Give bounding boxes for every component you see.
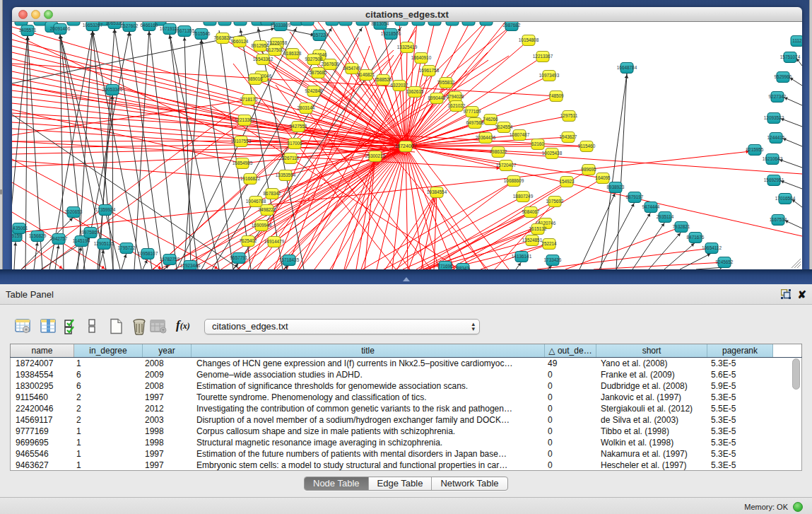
svg-text:9146821: 9146821 <box>358 72 375 77</box>
svg-text:12213367: 12213367 <box>533 54 553 59</box>
svg-text:10973493: 10973493 <box>539 73 560 78</box>
svg-text:10688609: 10688609 <box>504 178 524 183</box>
svg-text:8678342: 8678342 <box>264 191 281 196</box>
svg-text:9474444: 9474444 <box>642 204 660 209</box>
svg-text:9975867: 9975867 <box>82 230 100 235</box>
svg-text:14136141: 14136141 <box>512 254 532 259</box>
svg-text:12923446: 12923446 <box>180 263 201 268</box>
svg-text:10654112: 10654112 <box>702 245 722 250</box>
svg-text:10958107: 10958107 <box>138 251 158 256</box>
svg-text:2718170: 2718170 <box>240 97 258 102</box>
svg-text:1733426: 1733426 <box>544 257 562 262</box>
svg-text:9245652: 9245652 <box>716 259 734 264</box>
svg-text:12905135: 12905135 <box>94 241 114 246</box>
svg-text:748509: 748509 <box>548 93 564 98</box>
svg-text:8186328: 8186328 <box>284 51 302 56</box>
svg-text:8990448: 8990448 <box>428 95 446 100</box>
svg-text:1588520: 1588520 <box>375 77 392 82</box>
svg-text:1795722: 1795722 <box>118 245 136 250</box>
svg-text:5875685: 5875685 <box>310 70 327 75</box>
svg-text:16648784: 16648784 <box>617 65 637 70</box>
svg-text:7357224: 7357224 <box>311 33 329 37</box>
svg-text:13325419: 13325419 <box>397 45 418 49</box>
svg-text:10025438: 10025438 <box>542 151 563 156</box>
svg-text:12213369: 12213369 <box>235 117 255 122</box>
svg-text:18724007: 18724007 <box>394 144 416 148</box>
svg-text:10107553: 10107553 <box>231 139 252 144</box>
svg-text:19384554: 19384554 <box>427 189 447 194</box>
svg-text:62160: 62160 <box>531 141 544 146</box>
svg-text:20091406: 20091406 <box>50 26 71 31</box>
svg-text:20364436: 20364436 <box>476 135 496 140</box>
svg-text:1297511: 1297511 <box>560 113 578 118</box>
svg-text:9084067: 9084067 <box>522 209 540 214</box>
svg-text:8215955: 8215955 <box>746 147 764 152</box>
svg-text:17359924: 17359924 <box>95 207 116 212</box>
svg-text:10154808: 10154808 <box>519 37 539 42</box>
svg-text:8938923: 8938923 <box>607 185 625 189</box>
svg-text:12093522: 12093522 <box>764 115 784 120</box>
svg-text:9127500: 9127500 <box>266 47 284 52</box>
svg-text:2367608: 2367608 <box>322 62 339 66</box>
svg-text:9660124: 9660124 <box>231 39 249 44</box>
svg-text:1156829: 1156829 <box>29 233 47 238</box>
svg-text:2935114: 2935114 <box>657 214 674 219</box>
svg-text:1615132: 1615132 <box>529 226 547 231</box>
svg-text:13353594: 13353594 <box>276 173 296 177</box>
svg-text:7625402: 7625402 <box>240 238 257 243</box>
svg-text:10807487: 10807487 <box>510 132 530 137</box>
svg-text:6497568: 6497568 <box>466 120 484 125</box>
svg-text:16210643: 16210643 <box>763 156 783 161</box>
svg-text:9529966: 9529966 <box>775 74 792 79</box>
svg-text:6322037: 6322037 <box>391 83 408 88</box>
svg-text:16543362: 16543362 <box>253 57 273 62</box>
svg-text:771696: 771696 <box>437 264 453 269</box>
svg-text:8454749: 8454749 <box>343 66 361 71</box>
svg-text:16854985: 16854985 <box>233 160 253 165</box>
svg-text:1244415: 1244415 <box>767 135 785 140</box>
svg-text:1145194: 1145194 <box>73 238 90 243</box>
svg-text:18807249: 18807249 <box>513 194 534 199</box>
svg-text:2942757: 2942757 <box>50 236 68 241</box>
svg-text:1112: 1112 <box>792 38 802 43</box>
svg-text:1527602: 1527602 <box>121 23 139 28</box>
svg-text:10653267: 10653267 <box>83 23 103 28</box>
svg-text:1075692: 1075692 <box>546 199 564 204</box>
svg-text:17016504: 17016504 <box>775 196 796 201</box>
svg-text:317006: 317006 <box>287 141 302 146</box>
svg-text:9777169: 9777169 <box>464 109 481 114</box>
svg-text:3624554: 3624554 <box>495 124 513 129</box>
svg-text:6794028: 6794028 <box>447 94 464 99</box>
svg-text:2803144: 2803144 <box>298 105 315 110</box>
svg-text:10046788: 10046788 <box>246 199 266 204</box>
svg-text:164095: 164095 <box>595 175 611 180</box>
svg-text:15751074: 15751074 <box>780 54 801 59</box>
svg-text:6466160: 6466160 <box>141 23 158 28</box>
svg-text:7986322: 7986322 <box>490 149 507 154</box>
svg-text:9115460: 9115460 <box>578 144 596 148</box>
svg-text:9657791: 9657791 <box>230 255 248 260</box>
svg-text:7932821: 7932821 <box>673 224 690 229</box>
svg-text:7955812: 7955812 <box>437 80 455 85</box>
svg-text:2987682: 2987682 <box>503 23 521 28</box>
svg-text:13524851: 13524851 <box>522 238 543 243</box>
svg-text:989016: 989016 <box>247 76 263 81</box>
svg-text:10671355: 10671355 <box>175 28 195 33</box>
svg-text:3267110: 3267110 <box>282 156 300 160</box>
svg-text:1435061: 1435061 <box>12 226 28 230</box>
svg-text:15718435: 15718435 <box>279 257 300 262</box>
svg-text:154923: 154923 <box>559 179 575 184</box>
svg-text:14914479: 14914479 <box>264 239 285 244</box>
svg-text:989695: 989695 <box>581 167 596 172</box>
svg-text:20053346: 20053346 <box>102 87 123 92</box>
svg-text:25300215: 25300215 <box>365 153 386 158</box>
svg-text:16961758: 16961758 <box>419 68 440 73</box>
svg-text:1405571: 1405571 <box>19 28 37 33</box>
svg-text:746266: 746266 <box>483 117 498 122</box>
svg-text:8813054: 8813054 <box>372 22 389 26</box>
svg-text:16909948: 16909948 <box>252 223 272 228</box>
svg-text:18640910: 18640910 <box>411 55 432 60</box>
svg-text:1621022: 1621022 <box>448 103 466 108</box>
svg-text:15720407: 15720407 <box>496 163 517 168</box>
svg-text:15692951: 15692951 <box>764 177 784 182</box>
